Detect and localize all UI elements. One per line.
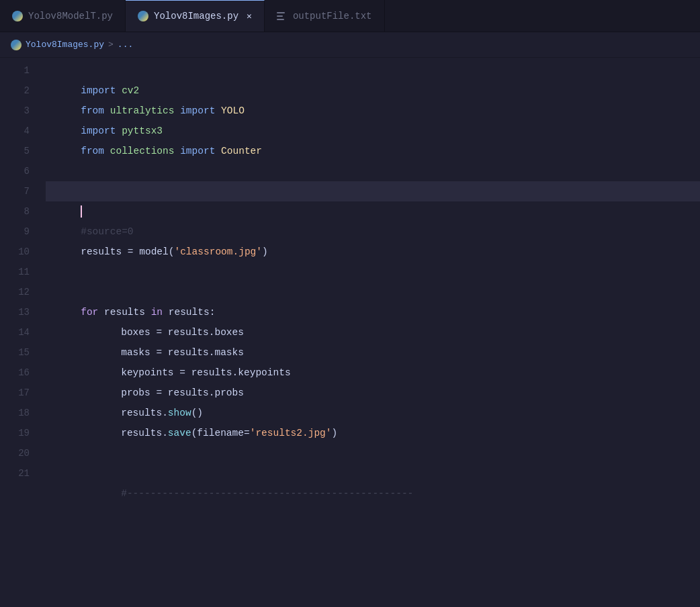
code-line-13: boxes = results.boxes [46,302,700,322]
python-icon [12,11,23,21]
code-line-14: masks = results.masks [46,322,700,342]
line-num-14: 14 [0,322,40,342]
line-num-15: 15 [0,342,40,363]
editor-area[interactable]: 1 2 3 4 5 6 7 8 9 10 11 12 13 14 15 16 1… [0,58,700,607]
line-num-11: 11 [0,262,40,282]
code-line-15: keypoints = results.keypoints [46,342,700,363]
code-line-9: results = model('classroom.jpg') [46,222,700,242]
code-line-20 [46,443,700,463]
python-icon [138,11,148,21]
code-line-6: model = YOLO('yolov8n') [46,161,700,181]
breadcrumb-python-icon [11,40,21,50]
tab-outputfile[interactable]: outputFile.txt [265,0,385,32]
line-num-5: 5 [0,141,40,161]
line-num-17: 17 [0,383,40,403]
code-line-10 [46,242,700,262]
breadcrumb-separator: > [108,40,114,50]
code-line-11 [46,262,700,282]
code-line-5 [46,141,700,161]
line-num-13: 13 [0,302,40,322]
code-line-7 [46,181,700,201]
code-line-18: results.save(filename='results2.jpg') [46,403,700,423]
line-num-6: 6 [0,161,40,181]
line-num-20: 20 [0,443,40,463]
tab-close-button[interactable]: ✕ [247,11,252,21]
line-num-10: 10 [0,242,40,262]
line-num-2: 2 [0,81,40,101]
code-line-4: from collections import Counter [46,121,700,141]
line-num-12: 12 [0,282,40,302]
line-num-21: 21 [0,463,40,483]
code-line-1: import cv2 [46,60,700,81]
tab-yolov8images[interactable]: Yolov8Images.py ✕ [126,0,265,32]
line-num-16: 16 [0,363,40,383]
code-line-17: results.show() [46,383,700,403]
breadcrumb-file[interactable]: Yolov8Images.py [26,40,104,50]
line-num-3: 3 [0,101,40,121]
code-line-3: import pyttsx3 [46,101,700,121]
tab-label: Yolov8ModelT.py [28,11,113,21]
code-line-19 [46,423,700,443]
tab-label: outputFile.txt [293,11,372,21]
breadcrumb: Yolov8Images.py > ... [0,32,700,58]
code-line-16: probs = results.probs [46,363,700,383]
tab-yolov8modelt[interactable]: Yolov8ModelT.py [0,0,126,32]
code-line-21: #---------------------------------------… [46,463,700,483]
line-num-18: 18 [0,403,40,423]
line-num-4: 4 [0,121,40,141]
code-line-2: from ultralytics import YOLO [46,81,700,101]
code-content[interactable]: import cv2 from ultralytics import YOLO … [40,58,700,607]
tab-label: Yolov8Images.py [154,11,238,21]
code-line-8: #source=0 [46,201,700,222]
line-num-19: 19 [0,423,40,443]
text-file-icon [277,11,288,21]
line-num-1: 1 [0,60,40,81]
line-numbers: 1 2 3 4 5 6 7 8 9 10 11 12 13 14 15 16 1… [0,58,40,607]
line-num-8: 8 [0,201,40,222]
tab-bar: Yolov8ModelT.py Yolov8Images.py ✕ output… [0,0,700,32]
breadcrumb-path: ... [118,40,133,50]
code-line-12: for results in results: [46,282,700,302]
line-num-9: 9 [0,222,40,242]
line-num-7: 7 [0,181,40,201]
